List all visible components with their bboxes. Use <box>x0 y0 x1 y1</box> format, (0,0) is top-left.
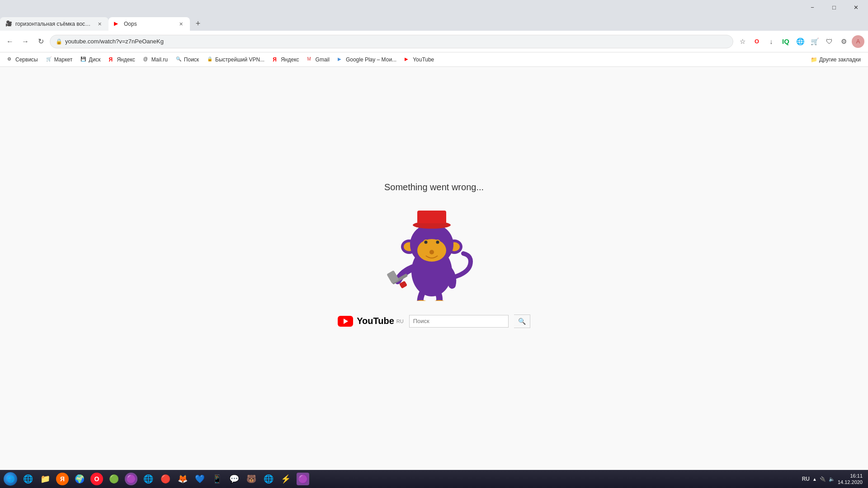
maximize-button[interactable]: □ <box>824 1 844 14</box>
taskbar-icon-ie: 🌐 <box>142 473 155 485</box>
bookmark-googleplay[interactable]: ▶ Google Play – Мои... <box>334 55 400 65</box>
taskbar-icon-16: ⚡ <box>279 473 292 485</box>
taskbar-icon-15: 🌐 <box>262 473 275 485</box>
bookmark-youtube[interactable]: ▶ YouTube <box>401 55 438 65</box>
taskbar-item-16[interactable]: ⚡ <box>278 471 294 487</box>
bookmark-servisy-icon: ⚙ <box>7 56 14 63</box>
bookmark-yandex1-label: Яндекс <box>117 56 135 63</box>
bookmark-gmail-label: Gmail <box>316 56 330 63</box>
settings-icon[interactable]: ⚙ <box>837 35 850 48</box>
taskbar-item-6[interactable]: 🟢 <box>106 471 122 487</box>
taskbar-item-firefox[interactable]: 🦊 <box>175 471 191 487</box>
clock-time: 16:11 <box>850 473 863 479</box>
tab-1-title: горизонтальная съёмка воспр... <box>15 21 93 27</box>
svg-point-19 <box>432 300 447 301</box>
back-button[interactable]: ← <box>4 35 16 48</box>
bookmarks-bar: ⚙ Сервисы 🛒 Маркет 💾 Диск Я Яндекс @ Mai… <box>0 52 868 67</box>
bookmark-poisk[interactable]: 🔍 Поиск <box>172 55 203 65</box>
taskbar-item-11[interactable]: 💙 <box>192 471 208 487</box>
youtube-search-button[interactable]: 🔍 <box>514 314 530 328</box>
taskbar-item-9[interactable]: 🔴 <box>157 471 174 487</box>
tab-2-title: Oops <box>124 21 175 27</box>
bookmark-market[interactable]: 🛒 Маркет <box>42 55 76 65</box>
minimize-button[interactable]: − <box>802 1 823 14</box>
url-text: youtube.com/watch?v=z7nPeOaneKg <box>65 38 727 45</box>
taskbar-icon-whatsapp: 💬 <box>228 473 241 485</box>
taskbar-sys-icon-2: 🔈 <box>829 476 835 482</box>
new-tab-button[interactable]: + <box>192 17 204 30</box>
bookmark-vpn-icon: 🔒 <box>207 56 213 63</box>
svg-point-11 <box>429 250 434 254</box>
forward-button[interactable]: → <box>19 35 32 48</box>
taskbar-item-chrome[interactable]: 🌍 <box>71 471 88 487</box>
taskbar-item-yandex[interactable]: Я <box>54 471 71 487</box>
clock-date: 14.12.2020 <box>838 479 863 485</box>
refresh-button[interactable]: ↻ <box>34 35 47 48</box>
star-icon[interactable]: ☆ <box>736 35 749 48</box>
extension-icon-1[interactable]: IQ <box>779 35 792 48</box>
taskbar-up-arrow: ▲ <box>812 477 817 482</box>
taskbar-icon-firefox: 🦊 <box>176 473 189 485</box>
youtube-search-input[interactable] <box>409 315 509 328</box>
taskbar-item-whatsapp[interactable]: 💬 <box>226 471 242 487</box>
profile-icon[interactable]: A <box>852 35 864 48</box>
lock-icon: 🔒 <box>56 38 62 45</box>
start-button[interactable]: 🌐 <box>2 471 19 487</box>
taskbar-item-15[interactable]: 🌐 <box>260 471 277 487</box>
url-bar[interactable]: 🔒 youtube.com/watch?v=z7nPeOaneKg <box>50 35 733 48</box>
bookmark-servisy-label: Сервисы <box>15 56 38 63</box>
taskbar-item-files[interactable]: 📁 <box>37 471 53 487</box>
bookmark-yandex2[interactable]: Я Яндекс <box>269 55 302 65</box>
taskbar-item-ie[interactable]: 🌐 <box>140 471 156 487</box>
taskbar-item-14[interactable]: 🐻 <box>243 471 259 487</box>
bookmark-vpn-label: Быстрейший VPN... <box>215 56 264 63</box>
taskbar-item-browser[interactable]: 🌐 <box>20 471 36 487</box>
youtube-logo-icon <box>338 316 353 327</box>
tab-2-close[interactable]: ✕ <box>177 20 184 28</box>
bookmark-mailru-icon: @ <box>143 56 150 63</box>
tab-1-close[interactable]: ✕ <box>96 20 103 28</box>
taskbar-icon-tor: 🟣 <box>125 473 137 485</box>
bookmark-yandex1[interactable]: Я Яндекс <box>105 55 138 65</box>
tab-2[interactable]: ▶ Oops ✕ <box>108 17 190 31</box>
other-bookmarks[interactable]: 📁 Другие закладки <box>807 55 864 65</box>
start-orb: 🌐 <box>4 472 17 486</box>
svg-point-9 <box>425 240 428 244</box>
taskbar-item-17[interactable]: 🟣 <box>295 471 311 487</box>
taskbar-icon-9: 🔴 <box>159 473 172 485</box>
bookmarks-right: 📁 Другие закладки <box>807 55 864 65</box>
extension-icon-2[interactable]: 🌐 <box>794 35 807 48</box>
monkey-illustration <box>384 202 484 301</box>
youtube-logo-text: YouTube <box>357 316 394 326</box>
other-bookmarks-label: Другие закладки <box>819 56 861 63</box>
shield-icon[interactable]: 🛡 <box>823 35 835 48</box>
opera-icon[interactable]: O <box>750 35 763 48</box>
taskbar-icon-files: 📁 <box>39 473 52 485</box>
taskbar-item-viber[interactable]: 📱 <box>209 471 225 487</box>
bookmark-gmail-icon: M <box>307 56 314 63</box>
tab-2-favicon: ▶ <box>114 20 121 28</box>
youtube-logo[interactable]: YouTube RU <box>338 316 403 327</box>
cart-icon[interactable]: 🛒 <box>808 35 821 48</box>
taskbar-clock[interactable]: 16:11 14.12.2020 <box>838 473 863 486</box>
bookmark-googleplay-icon: ▶ <box>338 56 344 63</box>
taskbar-icon-chrome: 🌍 <box>73 473 86 485</box>
bookmark-yandex2-icon: Я <box>273 56 279 63</box>
taskbar-item-opera[interactable]: O <box>89 471 105 487</box>
bookmark-vpn[interactable]: 🔒 Быстрейший VPN... <box>203 55 268 65</box>
tab-bar: 🎥 горизонтальная съёмка воспр... ✕ ▶ Oop… <box>0 14 868 31</box>
bookmark-market-label: Маркет <box>54 56 73 63</box>
close-button[interactable]: ✕ <box>845 1 866 14</box>
bookmark-yandex1-icon: Я <box>108 56 115 63</box>
taskbar-icon-browser: 🌐 <box>22 473 34 485</box>
bookmark-gmail[interactable]: M Gmail <box>304 55 333 65</box>
taskbar: 🌐 🌐 📁 Я 🌍 O 🟢 🟣 🌐 🔴 🦊 💙 📱 💬 🐻 � <box>0 470 868 488</box>
language-indicator: RU <box>802 476 810 482</box>
window-controls: − □ ✕ <box>802 1 866 14</box>
download-icon[interactable]: ↓ <box>765 35 778 48</box>
taskbar-item-tor[interactable]: 🟣 <box>123 471 139 487</box>
tab-1[interactable]: 🎥 горизонтальная съёмка воспр... ✕ <box>0 17 108 31</box>
bookmark-disk[interactable]: 💾 Диск <box>77 55 104 65</box>
bookmark-mailru[interactable]: @ Mail.ru <box>140 55 171 65</box>
bookmark-servisy[interactable]: ⚙ Сервисы <box>4 55 42 65</box>
